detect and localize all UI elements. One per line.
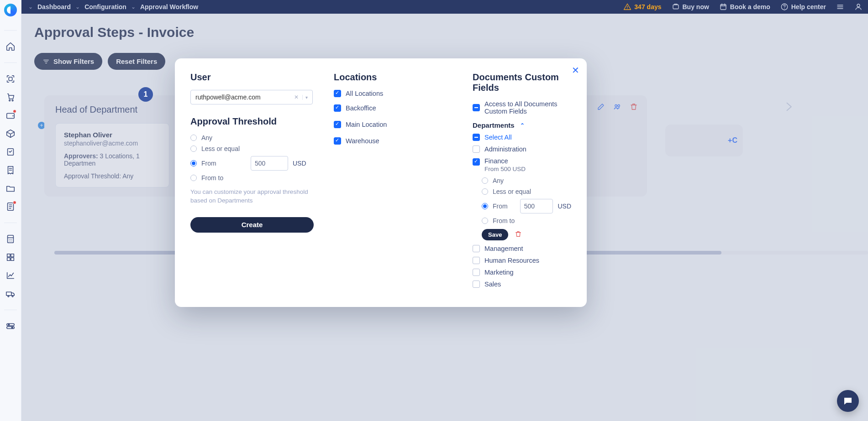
help-center-label: Help center: [791, 3, 826, 10]
svg-point-6: [12, 100, 13, 101]
breadcrumb-configuration[interactable]: Configuration: [84, 3, 126, 10]
create-button[interactable]: Create: [190, 217, 314, 233]
svg-rect-1: [721, 5, 726, 10]
calculator-icon[interactable]: [5, 234, 16, 244]
checklist-icon[interactable]: [5, 147, 16, 157]
svg-point-3: [857, 4, 860, 7]
home-icon[interactable]: [5, 42, 16, 52]
buy-now-link[interactable]: Buy now: [672, 3, 709, 11]
invoice-icon[interactable]: [5, 202, 16, 212]
custom-fields-heading: Documents Custom Fields: [473, 72, 571, 93]
side-rail: [0, 0, 21, 421]
folder-icon[interactable]: [5, 183, 16, 193]
loc-main-checkbox[interactable]: [334, 121, 341, 128]
dept-finance-subline: From 500 USD: [484, 166, 526, 172]
access-all-checkbox[interactable]: [473, 104, 480, 111]
chat-bubble-button[interactable]: [837, 390, 859, 412]
trial-days-label: 347 days: [634, 3, 661, 10]
svg-point-16: [8, 296, 9, 297]
threshold-hint: You can customize your approval threshol…: [190, 188, 314, 205]
loc-warehouse-checkbox[interactable]: [334, 137, 341, 145]
trial-days[interactable]: 347 days: [623, 3, 661, 11]
book-demo-link[interactable]: Book a demo: [719, 3, 770, 11]
nested-any-radio[interactable]: [482, 177, 488, 184]
chevron-down-icon: ⌄: [28, 4, 33, 10]
svg-point-5: [9, 100, 11, 101]
threshold-from-radio[interactable]: [190, 160, 197, 166]
chevron-down-icon: ⌄: [75, 4, 80, 10]
user-select-value: ruthpowell@acme.com: [195, 94, 261, 101]
svg-rect-11: [7, 254, 10, 257]
help-center-link[interactable]: Help center: [780, 3, 826, 11]
calendar-icon: [719, 3, 727, 11]
settings-toggle-icon[interactable]: [5, 321, 16, 331]
wallet-icon[interactable]: [5, 110, 16, 120]
nested-le-radio[interactable]: [482, 188, 488, 195]
buy-now-label: Buy now: [683, 3, 709, 10]
breadcrumb: ⌄ Dashboard ⌄ Configuration ⌄ Approval W…: [28, 3, 198, 10]
nested-value-input[interactable]: 500: [520, 199, 553, 213]
svg-point-17: [12, 296, 13, 297]
nested-from-radio[interactable]: [482, 203, 488, 209]
svg-rect-0: [673, 5, 679, 9]
loc-all-checkbox[interactable]: [334, 90, 341, 97]
nested-fromto-radio[interactable]: [482, 218, 488, 224]
cart-icon: [672, 3, 680, 11]
dept-admin-checkbox[interactable]: [473, 146, 480, 153]
dept-marketing-checkbox[interactable]: [473, 269, 480, 276]
breadcrumb-approval-workflow[interactable]: Approval Workflow: [140, 3, 198, 10]
loc-backoffice-checkbox[interactable]: [334, 104, 341, 112]
svg-rect-4: [9, 77, 12, 80]
receipt-icon[interactable]: [5, 165, 16, 175]
threshold-any-radio[interactable]: [190, 135, 197, 141]
threshold-heading: Approval Threshold: [190, 116, 314, 127]
book-demo-label: Book a demo: [730, 3, 770, 10]
cart-rail-icon[interactable]: [5, 92, 16, 102]
svg-point-21: [11, 327, 13, 328]
dept-management-checkbox[interactable]: [473, 245, 480, 252]
top-nav: ⌄ Dashboard ⌄ Configuration ⌄ Approval W…: [0, 0, 868, 14]
chevron-up-icon: ⌃: [520, 122, 525, 129]
svg-rect-13: [7, 258, 10, 260]
svg-rect-14: [11, 258, 14, 260]
truck-icon[interactable]: [5, 289, 16, 299]
save-button[interactable]: Save: [482, 229, 508, 240]
main-area: Approval Steps - Invoice Show Filters Re…: [21, 14, 868, 421]
clear-icon[interactable]: ✕: [292, 94, 300, 100]
breadcrumb-dashboard[interactable]: Dashboard: [37, 3, 71, 10]
close-icon[interactable]: ✕: [572, 65, 579, 76]
chevron-down-icon: ⌄: [131, 4, 136, 10]
user-select[interactable]: ruthpowell@acme.com ✕ ▾: [190, 90, 313, 104]
dept-finance-checkbox[interactable]: [473, 158, 480, 166]
dept-sales-checkbox[interactable]: [473, 281, 480, 288]
threshold-value-input[interactable]: 500: [251, 156, 288, 171]
menu-icon[interactable]: [836, 3, 844, 11]
svg-point-20: [8, 324, 10, 325]
dept-hr-checkbox[interactable]: [473, 257, 480, 264]
boxes-icon[interactable]: [5, 252, 16, 262]
threshold-le-radio[interactable]: [190, 146, 197, 152]
locations-heading: Locations: [334, 72, 452, 83]
step-number-badge: 1: [138, 87, 153, 102]
nested-currency-label: USD: [558, 203, 571, 210]
threshold-fromto-radio[interactable]: [190, 175, 197, 181]
svg-rect-10: [8, 235, 14, 243]
scan-icon[interactable]: [5, 74, 16, 84]
chart-icon[interactable]: [5, 270, 16, 281]
svg-rect-15: [6, 292, 11, 295]
svg-rect-12: [11, 254, 14, 257]
user-icon[interactable]: [854, 3, 863, 11]
user-heading: User: [190, 72, 314, 83]
select-all-checkbox[interactable]: [473, 134, 480, 141]
dropdown-icon[interactable]: ▾: [302, 95, 308, 100]
help-icon: [780, 3, 789, 11]
package-icon[interactable]: [5, 129, 16, 139]
warning-icon: [623, 3, 631, 11]
create-approver-modal: ✕ User ruthpowell@acme.com ✕ ▾ Approval …: [175, 58, 587, 307]
currency-label: USD: [293, 160, 306, 167]
select-all-link[interactable]: Select All: [484, 134, 512, 141]
delete-threshold-icon[interactable]: [515, 230, 522, 239]
app-logo[interactable]: [4, 4, 17, 16]
departments-accordion[interactable]: Departments⌃: [473, 121, 571, 129]
